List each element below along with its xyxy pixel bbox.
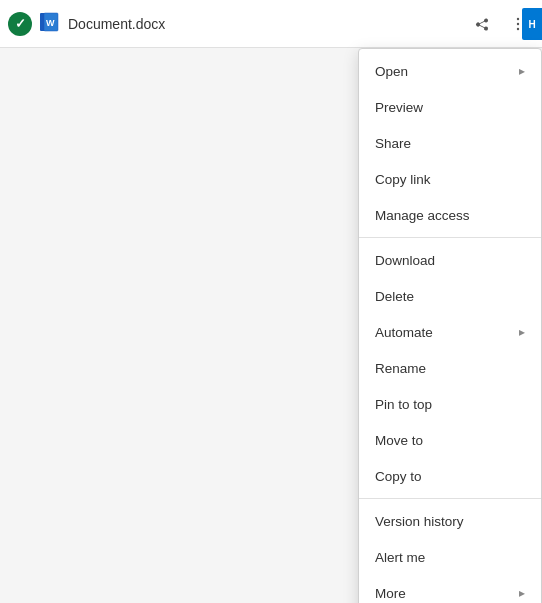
menu-item-copy-to[interactable]: Copy to: [359, 458, 541, 494]
menu-item-download[interactable]: Download: [359, 242, 541, 278]
menu-item-label-version-history: Version history: [375, 514, 525, 529]
svg-point-6: [517, 27, 519, 29]
user-avatar[interactable]: H: [522, 8, 542, 40]
menu-item-arrow-open: ▸: [519, 64, 525, 78]
file-name: Document.docx: [68, 16, 460, 32]
menu-divider: [359, 237, 541, 238]
menu-item-label-move-to: Move to: [375, 433, 525, 448]
menu-item-automate[interactable]: Automate▸: [359, 314, 541, 350]
menu-item-manage-access[interactable]: Manage access: [359, 197, 541, 233]
menu-item-open[interactable]: Open▸: [359, 53, 541, 89]
menu-item-arrow-automate: ▸: [519, 325, 525, 339]
menu-item-label-rename: Rename: [375, 361, 525, 376]
main-content: Open▸PreviewShareCopy linkManage accessD…: [0, 48, 542, 603]
context-menu: Open▸PreviewShareCopy linkManage accessD…: [358, 48, 542, 603]
menu-item-label-copy-link: Copy link: [375, 172, 525, 187]
menu-item-label-copy-to: Copy to: [375, 469, 525, 484]
menu-item-pin-to-top[interactable]: Pin to top: [359, 386, 541, 422]
menu-item-label-download: Download: [375, 253, 525, 268]
menu-item-copy-link[interactable]: Copy link: [359, 161, 541, 197]
menu-item-label-pin-to-top: Pin to top: [375, 397, 525, 412]
word-file-icon: W: [38, 12, 62, 36]
menu-item-alert-me[interactable]: Alert me: [359, 539, 541, 575]
menu-item-label-open: Open: [375, 64, 519, 79]
svg-point-4: [517, 17, 519, 19]
svg-point-5: [517, 22, 519, 24]
menu-item-label-preview: Preview: [375, 100, 525, 115]
menu-item-label-alert-me: Alert me: [375, 550, 525, 565]
menu-item-more[interactable]: More▸: [359, 575, 541, 603]
check-icon: [8, 12, 32, 36]
menu-divider: [359, 498, 541, 499]
menu-item-preview[interactable]: Preview: [359, 89, 541, 125]
menu-item-label-delete: Delete: [375, 289, 525, 304]
svg-text:W: W: [46, 18, 55, 28]
share-button[interactable]: [466, 8, 498, 40]
menu-item-label-share: Share: [375, 136, 525, 151]
menu-item-share[interactable]: Share: [359, 125, 541, 161]
menu-item-rename[interactable]: Rename: [359, 350, 541, 386]
menu-item-move-to[interactable]: Move to: [359, 422, 541, 458]
menu-item-label-automate: Automate: [375, 325, 519, 340]
menu-item-label-more: More: [375, 586, 519, 601]
menu-item-delete[interactable]: Delete: [359, 278, 541, 314]
menu-item-arrow-more: ▸: [519, 586, 525, 600]
menu-item-version-history[interactable]: Version history: [359, 503, 541, 539]
menu-item-label-manage-access: Manage access: [375, 208, 525, 223]
header-bar: W Document.docx H: [0, 0, 542, 48]
